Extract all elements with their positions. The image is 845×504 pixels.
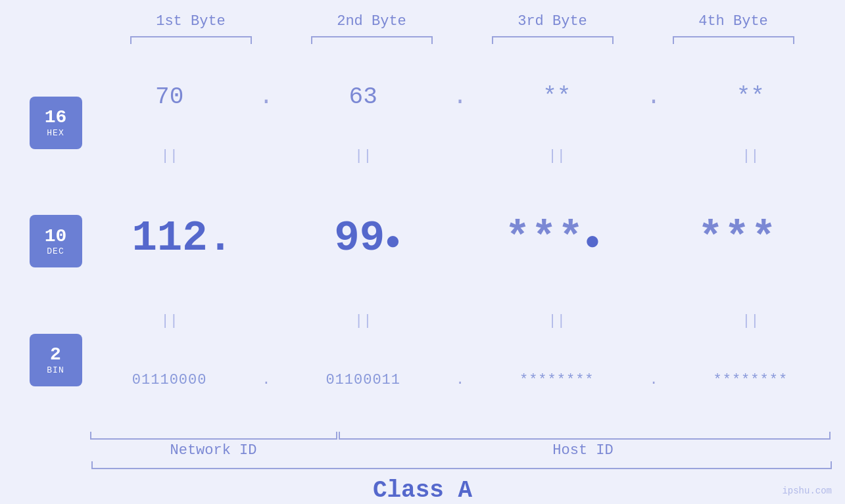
sep2-byte1: ||: [97, 313, 242, 329]
sep-row-2: || || || ||: [90, 308, 831, 334]
class-label: Class A: [373, 477, 472, 504]
hex-byte3-value: **: [543, 83, 571, 110]
sep1-byte3: ||: [485, 148, 629, 164]
hex-badge-number: 16: [45, 108, 67, 128]
hex-row: 70 . 63 . ** . **: [90, 51, 831, 143]
byte1-header: 1st Byte: [118, 13, 263, 30]
dec-byte3-cell: *** ●: [480, 215, 625, 262]
bin-byte4-value: ********: [713, 372, 788, 388]
bin-badge-label: BIN: [47, 365, 64, 375]
bin-badge: 2 BIN: [30, 334, 82, 386]
dec-byte1-cell: 112 .: [110, 215, 254, 262]
dec-byte4-value: ***: [698, 215, 777, 262]
badges-column: 16 HEX 10 DEC 2 BIN: [15, 51, 90, 459]
dec-row: 112 . 99 ● *** ● ***: [90, 170, 831, 308]
main-grid: 16 HEX 10 DEC 2 BIN 70 .: [15, 51, 831, 459]
hex-badge-label: HEX: [47, 128, 64, 138]
dec-byte1-value: 112: [132, 215, 207, 262]
dec-dot1: .: [208, 215, 233, 262]
hex-dot3: .: [644, 83, 664, 110]
host-bracket: [339, 432, 831, 440]
bin-byte2-value: 01100011: [326, 372, 400, 388]
hex-dot1: .: [256, 83, 276, 110]
bracket-byte4: [673, 36, 794, 44]
sep1-byte4: ||: [678, 148, 823, 164]
bin-byte1-value: 01110000: [132, 372, 207, 388]
sep2-byte4: ||: [678, 313, 823, 329]
dec-badge-label: DEC: [47, 246, 64, 256]
sep1-byte2: ||: [291, 148, 435, 164]
dec-dot2: ●: [385, 227, 400, 257]
dec-byte4-cell: ***: [665, 215, 810, 262]
hex-badge: 16 HEX: [30, 97, 82, 149]
bin-dot1: .: [256, 372, 276, 388]
sep-row-1: || || || ||: [90, 143, 831, 170]
bin-row: 01110000 . 01100011 . ******** .: [90, 334, 831, 426]
hex-byte3-cell: **: [485, 83, 629, 110]
dec-byte3-value: ***: [505, 215, 585, 262]
byte3-header: 3rd Byte: [480, 13, 625, 30]
bin-dot3: .: [644, 372, 664, 388]
bin-byte1-cell: 01110000: [97, 372, 242, 388]
bin-byte4-cell: ********: [678, 372, 823, 388]
content-area: 70 . 63 . ** . **: [90, 51, 831, 459]
bin-byte3-value: ********: [519, 372, 594, 388]
main-container: 1st Byte 2nd Byte 3rd Byte 4th Byte 16 H…: [0, 0, 845, 504]
dec-byte2-cell: 99 ●: [295, 215, 440, 262]
bracket-byte3: [492, 36, 614, 44]
dec-badge: 10 DEC: [30, 215, 82, 267]
hex-dot2: .: [450, 83, 470, 110]
hex-byte2-value: 63: [349, 83, 377, 110]
hex-byte4-cell: **: [678, 83, 823, 110]
host-id-label: Host ID: [337, 442, 829, 459]
byte2-header: 2nd Byte: [299, 13, 444, 30]
bottom-labels-row: Network ID Host ID: [90, 442, 831, 459]
bin-dot2: .: [450, 372, 470, 388]
sep2-byte2: ||: [291, 313, 435, 329]
byte4-header: 4th Byte: [661, 13, 806, 30]
bin-byte2-cell: 01100011: [291, 372, 435, 388]
top-brackets: [101, 36, 824, 44]
bottom-brackets-row: [90, 432, 831, 440]
sep1-byte1: ||: [97, 148, 242, 164]
bin-badge-number: 2: [50, 345, 61, 365]
bracket-byte1: [130, 36, 252, 44]
hex-byte1-value: 70: [155, 83, 183, 110]
byte-headers: 1st Byte 2nd Byte 3rd Byte 4th Byte: [101, 13, 824, 30]
dec-byte2-value: 99: [334, 215, 385, 262]
overall-bottom-bracket: [91, 461, 832, 469]
hex-byte4-value: **: [736, 83, 765, 110]
bin-byte3-cell: ********: [485, 372, 629, 388]
hex-byte1-cell: 70: [97, 83, 242, 110]
watermark: ipshu.com: [782, 486, 832, 496]
bracket-byte2: [311, 36, 433, 44]
dec-dot3: ●: [585, 227, 600, 257]
sep2-byte3: ||: [485, 313, 629, 329]
dec-badge-number: 10: [45, 227, 67, 247]
hex-byte2-cell: 63: [291, 83, 435, 110]
network-id-label: Network ID: [90, 442, 337, 459]
network-bracket: [90, 432, 337, 440]
